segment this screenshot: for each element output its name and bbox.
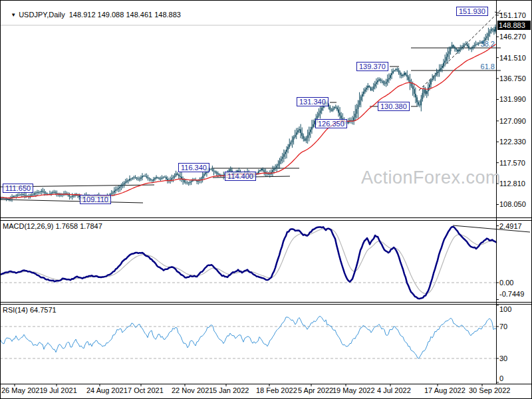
price-bar-body <box>434 75 436 77</box>
macd-axis-label: 2.4917 <box>499 222 522 230</box>
price-bar-body <box>132 178 133 179</box>
price-bar-body <box>61 195 62 196</box>
price-bar-body <box>373 86 374 89</box>
price-bar-body <box>139 179 140 180</box>
price-bar-body <box>400 72 401 74</box>
price-bar-body <box>364 90 366 92</box>
price-bar-body <box>293 137 295 140</box>
price-bar-body <box>152 180 153 180</box>
price-bar-body <box>258 171 259 173</box>
price-bar-body <box>374 84 376 86</box>
price-bar-body <box>426 91 428 94</box>
price-bar-body <box>202 176 203 178</box>
price-bar-body <box>424 90 425 93</box>
price-bar-body <box>272 170 273 172</box>
price-bar-body <box>402 75 404 76</box>
price-bar-body <box>185 182 186 183</box>
price-bar-body <box>259 170 261 171</box>
price-bar-body <box>154 178 156 180</box>
price-bar-body <box>188 183 190 184</box>
date-label: 26 May 2021 <box>1 386 44 394</box>
price-bar-body <box>433 76 434 78</box>
price-bar-body <box>219 174 220 175</box>
price-bar-body <box>310 130 311 132</box>
price-bar-body <box>172 178 174 178</box>
fib-retracement-label: 61.8 <box>477 63 495 70</box>
price-bar-body <box>488 33 489 36</box>
price-bar-body <box>406 74 408 76</box>
rsi-line <box>0 317 496 358</box>
price-bar-body <box>388 78 390 79</box>
collapse-triangle-icon[interactable]: ▼ <box>11 12 16 18</box>
price-bar-body <box>493 29 495 31</box>
price-bar-body <box>299 129 300 130</box>
price-bar-body <box>460 49 461 49</box>
price-bar-body <box>412 86 414 89</box>
price-bar-body <box>378 79 380 80</box>
price-bar-body <box>190 182 191 184</box>
price-bar-body <box>306 138 307 140</box>
price-bar-body <box>126 181 128 182</box>
price-bar-body <box>45 193 47 194</box>
price-bar-body <box>269 174 271 175</box>
price-bar-body <box>55 192 56 193</box>
price-bar-body <box>144 176 146 177</box>
price-bar-body <box>201 178 202 180</box>
price-bar-body <box>449 51 450 54</box>
price-bar-body <box>25 196 27 196</box>
price-bar-body <box>20 195 21 196</box>
date-label: 5 Apr 2022 <box>298 386 333 394</box>
price-bar-body <box>283 154 285 157</box>
price-bar-body <box>205 173 206 174</box>
price-bar-body <box>289 144 290 147</box>
price-bar-body <box>319 113 320 116</box>
price-bar-body <box>142 176 143 178</box>
price-bar-body <box>215 172 216 173</box>
price-bar-body <box>156 177 157 178</box>
price-bar-body <box>466 45 467 45</box>
price-bar-body <box>287 147 289 150</box>
price-bar-body <box>377 80 378 82</box>
price-bar-body <box>263 170 265 172</box>
price-bar-body <box>69 195 70 196</box>
price-bar-body <box>44 192 45 193</box>
price-level-label: 126.350 <box>315 119 347 128</box>
price-level-label: 151.930 <box>456 7 488 16</box>
price-bar-body <box>439 70 440 72</box>
price-bar-body <box>178 175 180 176</box>
price-bar-body <box>275 168 276 168</box>
price-bar-body <box>196 180 198 182</box>
price-bar-body <box>116 189 118 190</box>
price-bar-body <box>149 178 150 179</box>
price-bar-body <box>210 169 211 170</box>
price-bar-body <box>464 45 466 45</box>
price-bar-body <box>198 181 199 182</box>
price-bar-body <box>380 79 381 80</box>
price-bar-body <box>285 152 286 154</box>
price-bar-body <box>472 47 473 49</box>
price-level-label: 131.340 <box>297 97 329 106</box>
price-bar-body <box>124 183 125 185</box>
price-bar-body <box>329 107 331 110</box>
price-bar-body <box>24 195 25 196</box>
price-bar-body <box>74 195 76 196</box>
price-bar-body <box>148 177 149 178</box>
macd-line <box>0 227 496 299</box>
price-bar-body <box>414 89 415 94</box>
price-bar-body <box>331 110 332 111</box>
price-bar-body <box>442 66 443 68</box>
price-bar-body <box>425 90 426 94</box>
price-bar-body <box>262 169 263 170</box>
price-bar-body <box>370 87 372 90</box>
price-bar-body <box>360 96 362 100</box>
price-bar-body <box>191 181 192 182</box>
price-bar-body <box>443 63 444 65</box>
price-bar-body <box>430 80 432 84</box>
price-bar-body <box>390 75 391 78</box>
price-bar-body <box>313 124 314 127</box>
price-bar-body <box>303 136 304 138</box>
price-bar-body <box>473 45 475 47</box>
price-bar-body <box>153 180 154 181</box>
price-bar-body <box>121 186 122 187</box>
price-bar-body <box>5 198 6 199</box>
